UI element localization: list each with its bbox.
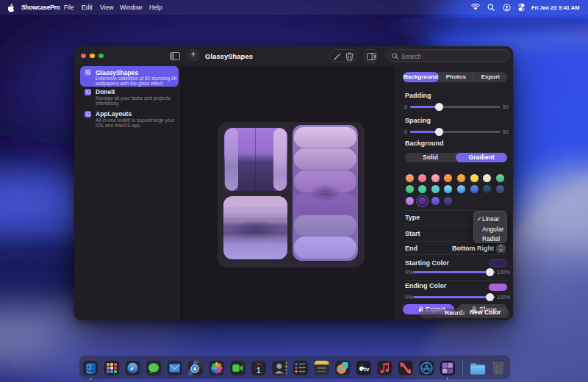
- svg-text:1: 1: [257, 366, 261, 375]
- svg-text:Tue: Tue: [257, 363, 261, 366]
- svg-text:tv: tv: [364, 366, 370, 372]
